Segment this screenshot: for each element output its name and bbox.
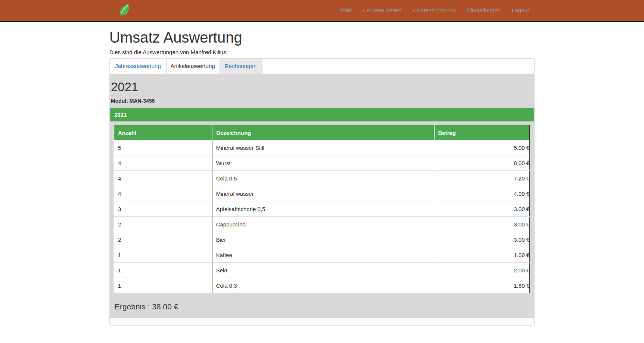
cell-bezeichnung: Cola 0,3: [212, 278, 434, 293]
cell-anzahl: 4: [114, 171, 212, 186]
table-row: 2Cappuccino3.00 €: [114, 217, 530, 232]
report-panel: JahresauswertungArtikelauswertungRechnun…: [109, 58, 535, 326]
table-row: 3Apfelsaftschorle 0,53.00 €: [114, 201, 530, 217]
table-row: 1Cola 0,31.80 €: [114, 278, 530, 293]
table-row: 1Sekt2.00 €: [114, 263, 530, 278]
navbar: Start▾Eigene Seiten▾DatensicherungEinste…: [0, 0, 644, 22]
nav-item-label: Eigene Seiten: [367, 7, 401, 13]
page-title: Umsatz Auswertung: [109, 29, 535, 46]
leaf-icon: [119, 3, 130, 18]
result-total: Ergebnis : 38.00 €: [115, 302, 534, 311]
cell-betrag: 5.00 €: [434, 140, 530, 155]
table-header-row: AnzahlBezeichnungBetrag: [114, 125, 530, 140]
year-panel-heading: 2021: [110, 108, 534, 121]
cell-bezeichnung: Mineral wasser: [212, 186, 434, 201]
cell-bezeichnung: Cola 0,5: [212, 171, 434, 186]
header-cell-bezeichnung: Bezeichnung: [212, 125, 434, 140]
cell-betrag: 7.20 €: [434, 171, 530, 186]
nav-item-label: Start: [340, 7, 352, 13]
cell-bezeichnung: Kaffee: [212, 247, 434, 263]
year-heading: 2021: [110, 80, 534, 94]
cell-bezeichnung: Apfelsaftschorle 0,5: [212, 201, 434, 217]
tab-content: 2021 Modul: MAN-3456 2021 AnzahlBezeichn…: [110, 74, 534, 318]
cell-anzahl: 2: [114, 217, 212, 232]
tab-bar: JahresauswertungArtikelauswertungRechnun…: [110, 59, 534, 74]
cell-bezeichnung: Sekt: [212, 263, 434, 278]
nav-item-label: Datensicherung: [417, 7, 456, 13]
nav-item-datensicherung[interactable]: ▾Datensicherung: [407, 0, 461, 21]
cell-anzahl: 3: [114, 201, 212, 217]
cell-betrag: 3.00 €: [434, 232, 530, 247]
nav-item-start[interactable]: Start: [334, 0, 357, 21]
cell-anzahl: 4: [114, 186, 212, 201]
cell-betrag: 2.00 €: [434, 263, 530, 278]
cell-anzahl: 1: [114, 247, 212, 263]
cell-betrag: 3.00 €: [434, 217, 530, 232]
cell-bezeichnung: Bier: [212, 232, 434, 247]
cell-betrag: 3.00 €: [434, 201, 530, 217]
cell-betrag: 8.00 €: [434, 155, 530, 171]
cell-anzahl: 2: [114, 232, 212, 247]
table-row: 4Cola 0,57.20 €: [114, 171, 530, 186]
nav-item-label: Einstellungen: [467, 7, 501, 13]
sales-table: AnzahlBezeichnungBetrag 5Mineral wasser …: [114, 125, 530, 293]
header-cell-anzahl: Anzahl: [114, 125, 212, 140]
table-body: 5Mineral wasser Still5.00 €4Wurst8.00 €4…: [114, 140, 530, 293]
tab-rechnungen[interactable]: Rechnungen: [219, 59, 262, 74]
module-label: Modul: MAN-3456: [110, 98, 534, 104]
table-row: 5Mineral wasser Still5.00 €: [114, 140, 530, 155]
header-cell-betrag: Betrag: [434, 125, 530, 140]
cell-anzahl: 4: [114, 155, 212, 171]
nav-item-logout[interactable]: Logout: [506, 0, 535, 21]
table-row: 1Kaffee1.00 €: [114, 247, 530, 263]
tab-jahresauswertung[interactable]: Jahresauswertung: [110, 59, 167, 74]
cell-anzahl: 5: [114, 140, 212, 155]
tab-artikelauswertung[interactable]: Artikelauswertung: [167, 59, 219, 74]
caret-down-icon: ▾: [413, 8, 415, 13]
brand-logo[interactable]: [109, 0, 130, 21]
table-row: 4Mineral wasser4.00 €: [114, 186, 530, 201]
nav-item-einstellungen[interactable]: Einstellungen: [461, 0, 506, 21]
cell-bezeichnung: Cappuccino: [212, 217, 434, 232]
nav-menu: Start▾Eigene Seiten▾DatensicherungEinste…: [334, 0, 535, 21]
table-row: 4Wurst8.00 €: [114, 155, 530, 171]
nav-item-label: Logout: [512, 7, 529, 13]
cell-anzahl: 1: [114, 263, 212, 278]
page-subtitle: Dies sind die Auswertungen von Manfred K…: [109, 49, 535, 55]
cell-anzahl: 1: [114, 278, 212, 293]
cell-bezeichnung: Wurst: [212, 155, 434, 171]
nav-item-eigene-seiten[interactable]: ▾Eigene Seiten: [357, 0, 407, 21]
cell-betrag: 4.00 €: [434, 186, 530, 201]
cell-bezeichnung: Mineral wasser Still: [212, 140, 434, 155]
cell-betrag: 1.80 €: [434, 278, 530, 293]
table-row: 2Bier3.00 €: [114, 232, 530, 247]
cell-betrag: 1.00 €: [434, 247, 530, 263]
caret-down-icon: ▾: [363, 8, 365, 13]
